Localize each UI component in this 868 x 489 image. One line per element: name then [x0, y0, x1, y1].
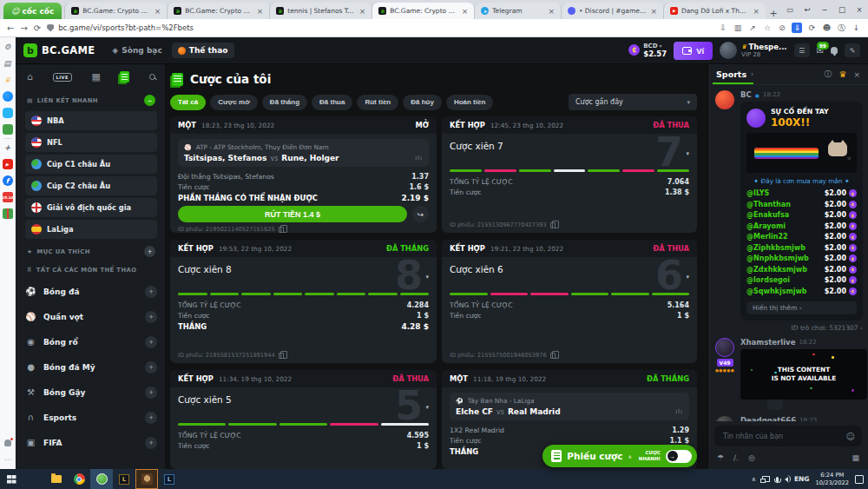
copy-icon[interactable] [279, 227, 284, 233]
browser-tab[interactable]: • Discord | #games | × [561, 3, 663, 19]
sport-item[interactable]: ● Bóng đá Mỹ + [25, 354, 157, 380]
shop-sale-icon[interactable]: 25.10 [3, 192, 13, 202]
gift-icon[interactable] [3, 208, 13, 219]
winner-username[interactable]: @Ziphkbsmjwb [746, 244, 806, 252]
match-panel[interactable]: ⚽Tây Ban Nha - LaLiga Elche CFvsReal Mad… [450, 393, 689, 420]
tab-close-icon[interactable]: × [155, 7, 161, 16]
quick-link-item[interactable]: NFL [25, 133, 157, 152]
browser-tab[interactable]: ▶ Dang Dở Lofi x Thời tình × [663, 3, 766, 19]
quick-link-item[interactable]: Giải vô địch quốc gia [25, 198, 157, 217]
downloads-icon[interactable]: ↓ [852, 23, 861, 32]
winner-username[interactable]: @Nnphkbsmjwb [746, 254, 809, 262]
sort-dropdown[interactable]: Cược gần đây ▾ [569, 94, 697, 110]
browser-tab[interactable]: b BC.Game: Crypto Casino × [372, 3, 474, 19]
filter-pill[interactable]: Cược mở [210, 95, 258, 110]
chat-tab-sports[interactable]: Sports [716, 64, 746, 84]
chat-message-input[interactable] [721, 432, 842, 441]
youtube-icon[interactable]: ▶ [3, 159, 13, 169]
live-icon[interactable]: LIVE [53, 73, 72, 82]
currency-selector[interactable]: ¢ BCD▾ $2.57 [628, 43, 667, 59]
menu-icon[interactable]: ☰ [794, 43, 810, 57]
lol-app[interactable] [113, 469, 135, 489]
combo-expander[interactable]: Cược xiên 7 ▾ [450, 139, 689, 163]
share-icon[interactable]: ↗ [747, 23, 757, 32]
nav-sports[interactable]: Thế thao [172, 43, 234, 58]
tab-close-icon[interactable]: × [650, 7, 657, 16]
save-page-icon[interactable]: ⇩ [718, 23, 727, 32]
quick-link-item[interactable]: Cúp C2 châu Âu [25, 176, 157, 195]
taskbar-search[interactable] [23, 469, 45, 489]
lol-client-app[interactable] [158, 469, 181, 489]
coccoc-logo[interactable]: ☺ cốc cốc [3, 3, 62, 19]
winner-username[interactable]: @Thanthan [746, 201, 791, 208]
browser-tab[interactable]: ➤ Telegram × [474, 3, 561, 19]
cashout-button[interactable]: RÚT TIỀN 1.4 $ [178, 206, 407, 222]
sidebar-divider[interactable] [3, 138, 12, 139]
bcgame-logo[interactable]: b BC.GAME [23, 43, 95, 57]
combo-expander[interactable]: Cược xiên 6 ▾ [450, 262, 689, 287]
crown-icon[interactable]: ♕ [3, 75, 13, 85]
filter-pill[interactable]: Đã thua [312, 95, 352, 110]
games-icon[interactable] [3, 124, 13, 135]
filter-pill[interactable]: Tất cả [170, 95, 206, 110]
expand-sport-button[interactable]: + [145, 336, 157, 348]
sync-icon[interactable]: ⟳ [807, 23, 817, 32]
add-favorite-button[interactable]: + [144, 246, 155, 257]
copy-icon[interactable] [550, 353, 556, 359]
sport-item[interactable]: ◉ Bóng rổ + [25, 329, 157, 354]
coccoc-app[interactable] [90, 469, 113, 489]
reload-icon[interactable]: ⟳ [34, 23, 41, 33]
combo-expander[interactable]: Cược xiên 5 ▾ [178, 393, 429, 417]
winner-username[interactable]: @Enakufsa [746, 211, 789, 219]
profile-icon[interactable]: ☻ [822, 23, 832, 32]
tab-close-icon[interactable]: × [753, 7, 760, 16]
expand-sport-button[interactable]: + [145, 286, 157, 298]
microphone-icon[interactable] [776, 477, 779, 482]
winner-username[interactable]: @Arayomi [746, 222, 786, 230]
my-bets-icon[interactable] [120, 71, 129, 83]
zalo-icon[interactable] [3, 108, 13, 118]
filter-pill[interactable]: Đã thắng [262, 95, 307, 110]
rain-icon[interactable]: ☂ [717, 453, 724, 462]
file-explorer-app[interactable] [45, 469, 68, 489]
chat-username[interactable]: Deadgoat666 [740, 416, 796, 421]
profile[interactable]: ♛Thespe... VIP 28 [720, 42, 787, 59]
coccoc-account-icon[interactable]: Ⓐ [837, 23, 846, 34]
copy-icon[interactable] [550, 222, 556, 228]
stats-icon[interactable]: ılı [415, 155, 423, 162]
url-field[interactable]: bc.game/vi/sports?bt-path=%2Fbets [47, 23, 712, 32]
chat-rules-icon[interactable]: ▦ [852, 453, 859, 462]
action-center-icon[interactable] [855, 475, 864, 484]
quick-link-item[interactable]: NBA [25, 111, 157, 130]
browser-tab[interactable]: b BC.Game: Crypto Casino × [167, 3, 269, 19]
filter-pill[interactable]: Đã hủy [403, 95, 442, 110]
winner-username[interactable]: @ILYS [746, 189, 769, 197]
quick-link-item[interactable]: Cúp C1 châu Âu [25, 155, 157, 174]
info-icon[interactable]: ⓘ [824, 69, 832, 80]
combo-expander[interactable]: Cược xiên 8 ▾ [178, 262, 429, 287]
match-panel[interactable]: ⚾ATP - ATP Stockholm, Thụy Điển Đơn Nam … [178, 139, 429, 167]
expand-sport-button[interactable]: + [145, 361, 157, 373]
notification-bell-icon[interactable] [3, 438, 13, 448]
feed-icon[interactable]: ▤ [3, 58, 13, 69]
forward-icon[interactable]: → [20, 23, 27, 33]
betslip-button[interactable]: Phiếu cược ∧ CƯỢCNHANH! → [542, 445, 697, 467]
clock[interactable]: 6:24 PM10/23/2022 [815, 472, 849, 486]
winner-username[interactable]: @Sqwhkjsmjwb [746, 287, 807, 295]
sport-item[interactable]: ⚽ Bóng đá + [25, 279, 157, 304]
browser-tab[interactable]: b BC.Game: Crypto Casino × [64, 3, 167, 19]
game-app[interactable] [135, 469, 158, 489]
language-indicator[interactable]: ENG [794, 475, 810, 483]
chat-username[interactable]: Xhamsterlive [740, 338, 795, 347]
download-manager-icon[interactable]: ⇓ [792, 23, 802, 33]
game-id-link[interactable]: ID trò chơi: 5321307 › [740, 324, 863, 332]
start-button[interactable] [0, 469, 23, 489]
winner-username[interactable]: @Zdxhkksmjwb [746, 266, 807, 274]
expand-sport-button[interactable]: + [145, 387, 157, 399]
adblock-icon[interactable]: ⊘ [777, 23, 786, 32]
minimize-icon[interactable]: − [816, 0, 833, 19]
chevron-right-icon[interactable]: › [751, 70, 753, 78]
tab-close-icon[interactable]: × [359, 7, 366, 16]
nav-casino[interactable]: ◈ Sòng bạc [106, 43, 168, 58]
quick-link-item[interactable]: LaLiga [25, 220, 157, 239]
